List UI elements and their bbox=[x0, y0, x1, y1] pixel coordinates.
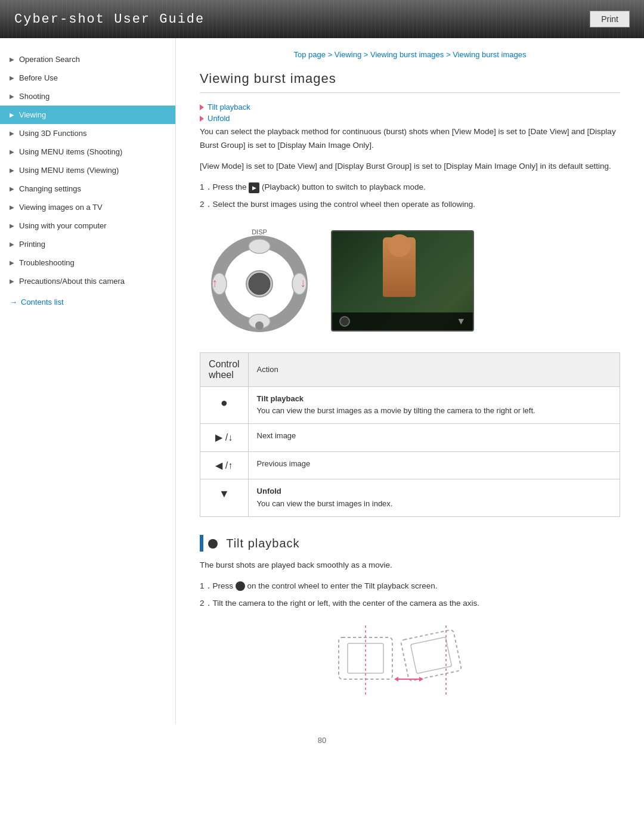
arrow-icon: ▶ bbox=[10, 185, 14, 192]
sidebar-item-viewing[interactable]: ▶ Viewing bbox=[0, 106, 175, 124]
breadcrumb-sep2: > bbox=[364, 50, 370, 59]
action-cell: Unfold You can view the burst images in … bbox=[248, 479, 620, 517]
svg-text:↓: ↓ bbox=[300, 276, 306, 289]
sidebar-item-3d-functions[interactable]: ▶ Using 3D Functions bbox=[0, 124, 175, 143]
circle-press-icon bbox=[236, 581, 245, 591]
content-area: Top page > Viewing > Viewing burst image… bbox=[176, 38, 644, 724]
svg-text:↑: ↑ bbox=[212, 276, 218, 289]
svg-point-2 bbox=[249, 239, 270, 253]
col-header-action: Action bbox=[248, 352, 620, 386]
sidebar-item-label: Operation Search bbox=[19, 55, 80, 64]
sidebar-item-before-use[interactable]: ▶ Before Use bbox=[0, 69, 175, 87]
sidebar-item-computer[interactable]: ▶ Using with your computer bbox=[0, 216, 175, 235]
unfold-label: Unfold bbox=[208, 114, 230, 123]
sidebar-item-label: Using MENU items (Viewing) bbox=[19, 166, 119, 175]
svg-marker-18 bbox=[419, 677, 423, 682]
breadcrumb-top[interactable]: Top page bbox=[294, 50, 326, 59]
photo-circle-btn bbox=[339, 316, 350, 327]
sidebar-item-operation-search[interactable]: ▶ Operation Search bbox=[0, 50, 175, 69]
triangle-down-icon bbox=[200, 116, 204, 122]
svg-point-10 bbox=[255, 321, 264, 330]
sidebar-item-label: Precautions/About this camera bbox=[19, 277, 125, 286]
arrow-icon: ▶ bbox=[10, 241, 14, 247]
breadcrumb-viewing[interactable]: Viewing bbox=[335, 50, 361, 59]
symbol-cell: ◀ /↑ bbox=[200, 451, 249, 479]
step-2: 2．Select the burst images using the cont… bbox=[200, 198, 620, 212]
circle-icon bbox=[208, 539, 218, 549]
action-desc: Previous image bbox=[257, 459, 311, 468]
sidebar-item-label: Viewing images on a TV bbox=[19, 203, 103, 212]
sidebar-item-changing-settings[interactable]: ▶ Changing settings bbox=[0, 179, 175, 198]
page-number: 80 bbox=[0, 724, 644, 757]
symbol-cell: ● bbox=[200, 386, 249, 424]
arrow-right-icon: → bbox=[10, 298, 17, 306]
page-title: Viewing burst images bbox=[200, 71, 620, 93]
arrow-icon: ▶ bbox=[10, 204, 14, 210]
images-row: DISP ↑ ↓ bbox=[200, 221, 620, 340]
table-row: ● Tilt playback You can view the burst i… bbox=[200, 386, 620, 424]
print-button[interactable]: Print bbox=[590, 11, 630, 27]
sidebar-item-label: Using 3D Functions bbox=[19, 129, 86, 138]
breadcrumb-viewing-burst[interactable]: Viewing burst images bbox=[370, 50, 444, 59]
svg-rect-15 bbox=[410, 637, 451, 673]
symbol-cell: ▼ bbox=[200, 479, 249, 517]
unfold-link[interactable]: Unfold bbox=[200, 114, 620, 123]
sidebar-item-label: Printing bbox=[19, 240, 45, 249]
action-desc: You can view the burst images as a movie… bbox=[257, 406, 535, 415]
breadcrumb-current[interactable]: Viewing burst images bbox=[453, 50, 526, 59]
sidebar-item-label: Changing settings bbox=[19, 184, 81, 193]
sidebar-item-troubleshooting[interactable]: ▶ Troubleshooting bbox=[0, 253, 175, 272]
sidebar-item-label: Shooting bbox=[19, 92, 49, 101]
table-row: ▶ /↓ Next image bbox=[200, 424, 620, 452]
col-header-wheel: Control wheel bbox=[200, 352, 249, 386]
arrow-icon: ▶ bbox=[10, 75, 14, 81]
symbol-cell: ▶ /↓ bbox=[200, 424, 249, 452]
camera-photo: ▼ bbox=[331, 230, 474, 332]
sidebar-item-shooting[interactable]: ▶ Shooting bbox=[0, 87, 175, 106]
header: Cyber-shot User Guide Print bbox=[0, 0, 644, 38]
section-title: Tilt playback bbox=[208, 537, 300, 550]
action-title: Unfold bbox=[257, 487, 281, 496]
tilt-step2: 2．Tilt the camera to the right or left, … bbox=[200, 597, 620, 611]
contents-list-link[interactable]: → Contents list bbox=[0, 290, 175, 314]
sidebar-item-label: Troubleshooting bbox=[19, 258, 75, 267]
breadcrumb-sep1: > bbox=[328, 50, 335, 59]
action-cell: Next image bbox=[248, 424, 620, 452]
action-title: Tilt playback bbox=[257, 394, 304, 403]
table-row: ▼ Unfold You can view the burst images i… bbox=[200, 479, 620, 517]
description-1: You can select the playback method for c… bbox=[200, 125, 620, 153]
action-cell: Tilt playback You can view the burst ima… bbox=[248, 386, 620, 424]
breadcrumb-sep3: > bbox=[446, 50, 453, 59]
sidebar-item-label: Using with your computer bbox=[19, 221, 107, 230]
arrow-icon: ▶ bbox=[10, 93, 14, 100]
control-wheel-svg: DISP ↑ ↓ bbox=[200, 221, 319, 340]
arrow-icon: ▶ bbox=[10, 167, 14, 174]
sidebar-item-label: Before Use bbox=[19, 73, 58, 82]
sidebar-item-viewing-tv[interactable]: ▶ Viewing images on a TV bbox=[0, 198, 175, 216]
control-table: Control wheel Action ● Tilt playback You… bbox=[200, 352, 620, 517]
sidebar-item-menu-shooting[interactable]: ▶ Using MENU items (Shooting) bbox=[0, 143, 175, 161]
sidebar-item-label: Using MENU items (Shooting) bbox=[19, 147, 122, 156]
arrow-icon: ▶ bbox=[10, 222, 14, 229]
arrow-icon: ▶ bbox=[10, 56, 14, 63]
action-cell: Previous image bbox=[248, 451, 620, 479]
sidebar: ▶ Operation Search ▶ Before Use ▶ Shooti… bbox=[0, 38, 176, 724]
tilt-diagram-svg bbox=[321, 623, 500, 700]
control-wheel-diagram: DISP ↑ ↓ bbox=[200, 221, 319, 340]
arrow-icon: ▶ bbox=[10, 112, 14, 118]
app-title: Cyber-shot User Guide bbox=[14, 12, 205, 27]
sidebar-item-menu-viewing[interactable]: ▶ Using MENU items (Viewing) bbox=[0, 161, 175, 179]
sidebar-item-precautions[interactable]: ▶ Precautions/About this camera bbox=[0, 272, 175, 290]
svg-rect-14 bbox=[400, 629, 462, 681]
tilt-playback-label: Tilt playback bbox=[208, 103, 250, 112]
action-desc: Next image bbox=[257, 431, 296, 440]
action-desc: You can view the burst images in index. bbox=[257, 499, 393, 508]
tilt-step1: 1．Press on the control wheel to enter th… bbox=[200, 580, 620, 593]
tilt-diagram bbox=[200, 623, 620, 700]
photo-head bbox=[388, 234, 411, 257]
breadcrumb: Top page > Viewing > Viewing burst image… bbox=[200, 50, 620, 59]
photo-bottom-bar: ▼ bbox=[332, 312, 473, 330]
svg-point-7 bbox=[249, 273, 270, 295]
sidebar-item-printing[interactable]: ▶ Printing bbox=[0, 235, 175, 253]
tilt-playback-link[interactable]: Tilt playback bbox=[200, 103, 620, 112]
